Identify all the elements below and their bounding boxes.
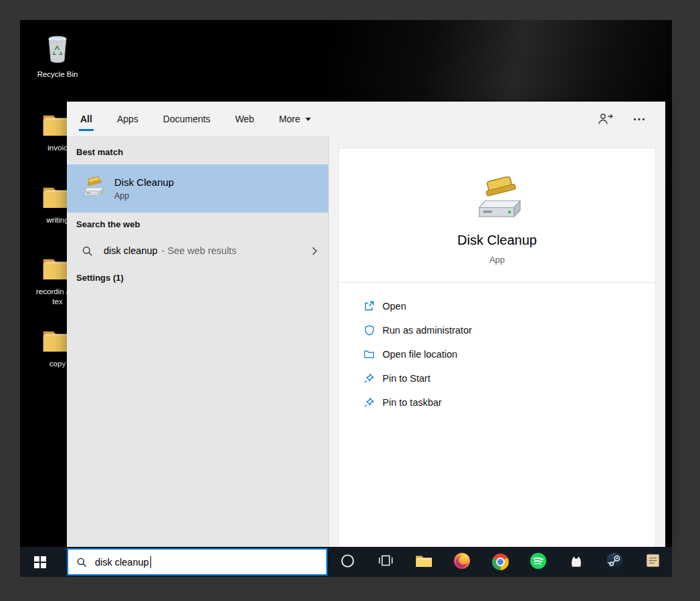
folder-icon [363, 348, 375, 360]
action-open[interactable]: Open [339, 294, 655, 318]
best-match-header: Best match [76, 147, 123, 157]
tab-more[interactable]: More [277, 102, 312, 136]
file-explorer-button[interactable] [410, 547, 438, 577]
text-caret [150, 556, 151, 568]
account-icon[interactable] [597, 112, 613, 126]
notes-icon [645, 552, 661, 572]
cortana-icon [340, 554, 355, 571]
search-filter-tabs: All Apps Documents Web More [67, 102, 665, 136]
tab-web[interactable]: Web [234, 102, 256, 136]
action-pin-to-start[interactable]: Pin to Start [339, 366, 655, 390]
windows-logo-icon [34, 556, 46, 568]
white-animal-icon [568, 553, 584, 572]
desktop-icon-label: invoic [47, 143, 67, 153]
taskbar: disk cleanup [20, 547, 672, 577]
result-subtitle: App [114, 191, 174, 201]
preview-pane: Disk Cleanup App Open [329, 136, 665, 547]
web-query: disk cleanup [104, 245, 158, 256]
desktop-icon-label: Recycle Bin [37, 70, 78, 80]
search-input-value: disk cleanup [95, 557, 149, 568]
steam-icon [606, 552, 623, 572]
open-icon [363, 300, 375, 312]
tab-apps[interactable]: Apps [116, 102, 140, 136]
search-icon [76, 557, 87, 568]
pin-icon [363, 372, 375, 384]
divider [339, 282, 655, 283]
action-open-file-location[interactable]: Open file location [339, 342, 655, 366]
chrome-icon [492, 554, 509, 570]
search-icon [82, 245, 93, 257]
steam-button[interactable] [600, 547, 628, 577]
desktop-icon-label: writing [46, 215, 68, 225]
web-suffix: - See web results [162, 245, 237, 256]
preview-subtitle: App [339, 255, 655, 265]
best-match-result-disk-cleanup[interactable]: Disk Cleanup App [67, 164, 328, 213]
pin-icon [363, 396, 375, 408]
recycle-bin-icon [43, 32, 72, 67]
cortana-button[interactable] [334, 547, 362, 577]
result-title: Disk Cleanup [114, 176, 174, 188]
disk-cleanup-icon [80, 176, 106, 201]
chrome-button[interactable] [486, 547, 514, 577]
search-web-header: Search the web [76, 219, 140, 229]
web-search-result[interactable]: disk cleanup - See web results [67, 235, 328, 266]
screen: Recycle Bin invoic writing recordin and … [0, 0, 700, 601]
firefox-icon [453, 552, 471, 572]
desktop-icon-recycle-bin[interactable]: Recycle Bin [31, 32, 84, 80]
white-animal-button[interactable] [562, 547, 590, 577]
task-view-icon [378, 554, 394, 570]
chevron-right-icon [312, 246, 318, 256]
action-pin-to-taskbar[interactable]: Pin to taskbar [339, 390, 655, 414]
chevron-down-icon [306, 118, 311, 121]
spotify-icon [530, 552, 547, 572]
action-list: Open Run as administrator [339, 294, 655, 414]
taskbar-search-input[interactable]: disk cleanup [67, 548, 328, 576]
ellipsis-icon[interactable] [633, 118, 645, 121]
preview-card: Disk Cleanup App Open [338, 148, 656, 547]
notes-button[interactable] [638, 547, 667, 577]
desktop-icon-label: copy [49, 359, 66, 369]
firefox-button[interactable] [448, 547, 476, 577]
tab-documents[interactable]: Documents [162, 102, 212, 136]
disk-cleanup-icon [470, 176, 525, 222]
settings-header: Settings (1) [76, 273, 124, 283]
action-run-as-administrator[interactable]: Run as administrator [339, 318, 655, 342]
search-flyout: All Apps Documents Web More [67, 102, 665, 547]
results-pane: Best match Disk Cleanup App Search the w… [67, 136, 329, 547]
task-view-button[interactable] [372, 547, 400, 577]
shield-icon [363, 324, 375, 336]
start-button[interactable] [20, 547, 60, 577]
tab-all[interactable]: All [79, 102, 94, 136]
preview-title: Disk Cleanup [339, 233, 655, 248]
spotify-button[interactable] [524, 547, 552, 577]
file-explorer-icon [415, 554, 433, 570]
